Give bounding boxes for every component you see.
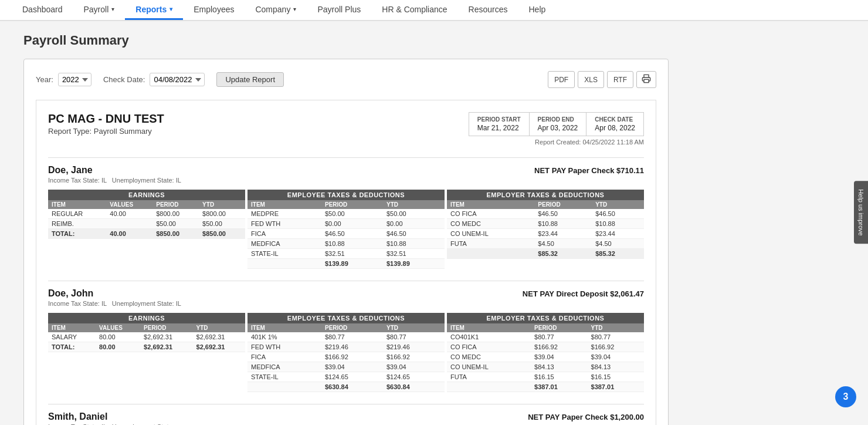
- print-button[interactable]: [636, 71, 656, 88]
- table-row: CO MEDC$10.88$10.88: [447, 219, 644, 229]
- emp-taxes-col-header: PERIOD: [321, 200, 383, 209]
- table-cell: $80.77: [383, 332, 445, 342]
- er-taxes-header: EMPLOYER TAXES & DEDUCTIONS: [447, 313, 644, 323]
- nav-dashboard[interactable]: Dashboard: [12, 0, 73, 20]
- nav-payroll-plus[interactable]: Payroll Plus: [307, 0, 371, 20]
- table-cell: MEDFICA: [247, 362, 321, 372]
- employee-section: Doe, Jane Income Tax State: IL Unemploym…: [48, 157, 644, 269]
- table-cell: CO FICA: [447, 209, 534, 219]
- emp-taxes-col-header: ITEM: [247, 200, 321, 209]
- nav-hr-compliance[interactable]: HR & Compliance: [371, 0, 457, 20]
- table-row: SALARY80.00$2,692.31$2,692.31: [48, 332, 245, 342]
- total-row: TOTAL:80.00$2,692.31$2,692.31: [48, 342, 245, 352]
- employee-meta: Income Tax State: IL Unemployment State:…: [48, 300, 181, 307]
- company-info: PC MAG - DNU TEST Report Type: Payroll S…: [48, 112, 164, 136]
- export-xls-button[interactable]: XLS: [578, 71, 604, 88]
- emp-taxes-table: ITEMPERIODYTD401K 1%$80.77$80.77FED WTH$…: [247, 323, 445, 392]
- check-date-control: Check Date: 04/08/2022: [103, 73, 205, 86]
- table-row: FICA$166.92$166.92: [247, 352, 445, 362]
- total-cell: $850.00: [152, 229, 199, 239]
- table-cell: $84.13: [531, 362, 587, 372]
- table-row: STATE-IL$124.65$124.65: [247, 372, 445, 382]
- export-rtf-button[interactable]: RTF: [607, 71, 633, 88]
- total-cell: $2,692.31: [140, 342, 192, 352]
- total-row: TOTAL:40.00$850.00$850.00: [48, 229, 245, 239]
- table-row: MEDFICA$39.04$39.04: [247, 362, 445, 372]
- company-header: PC MAG - DNU TEST Report Type: Payroll S…: [48, 112, 644, 146]
- net-pay-amount: NET PAY Direct Deposit $2,061.47: [523, 289, 644, 298]
- main-content: Payroll Summary Year: 2022 Check Date: 0…: [0, 21, 868, 425]
- table-cell: $219.46: [321, 342, 383, 352]
- table-cell: CO UNEM-IL: [447, 362, 531, 372]
- svg-rect-0: [644, 79, 649, 82]
- table-cell: $166.92: [531, 342, 587, 352]
- export-pdf-button[interactable]: PDF: [548, 71, 575, 88]
- table-row: STATE-IL$32.51$32.51: [247, 249, 445, 259]
- table-cell: CO MEDC: [447, 219, 534, 229]
- earnings-header: EARNINGS: [48, 313, 245, 323]
- table-row: FICA$46.50$46.50: [247, 229, 445, 239]
- table-cell: $50.00: [383, 209, 445, 219]
- employee-name: Doe, Jane: [48, 165, 181, 176]
- table-row: CO MEDC$39.04$39.04: [447, 352, 644, 362]
- table-cell: $46.50: [383, 229, 445, 239]
- er-taxes-table: ITEMPERIODYTDCO FICA$46.50$46.50CO MEDC$…: [447, 200, 644, 259]
- table-cell: 401K 1%: [247, 332, 321, 342]
- year-select[interactable]: 2022: [58, 73, 91, 86]
- table-cell: $800.00: [152, 209, 199, 219]
- employee-left-info: Doe, Jane Income Tax State: IL Unemploym…: [48, 165, 181, 184]
- table-cell: $80.77: [531, 332, 587, 342]
- total-cell: [247, 259, 321, 269]
- help-us-improve-button[interactable]: Help us improve: [854, 181, 868, 244]
- controls-row: Year: 2022 Check Date: 04/08/2022 Update…: [36, 71, 656, 88]
- update-report-button[interactable]: Update Report: [216, 72, 284, 87]
- table-cell: $800.00: [199, 209, 245, 219]
- table-row: CO401K1$80.77$80.77: [447, 332, 644, 342]
- table-cell: STATE-IL: [247, 372, 321, 382]
- table-cell: $84.13: [588, 362, 644, 372]
- nav-resources[interactable]: Resources: [458, 0, 518, 20]
- table-cell: CO UNEM-IL: [447, 229, 534, 239]
- er-taxes-col-header: PERIOD: [531, 323, 587, 332]
- year-label: Year:: [36, 75, 53, 84]
- emp-taxes-section: EMPLOYEE TAXES & DEDUCTIONSITEMPERIODYTD…: [247, 313, 445, 392]
- emp-taxes-section: EMPLOYEE TAXES & DEDUCTIONSITEMPERIODYTD…: [247, 190, 445, 269]
- chevron-down-icon: ▾: [293, 6, 296, 12]
- table-cell: SALARY: [48, 332, 96, 342]
- earnings-col-header: ITEM: [48, 323, 96, 332]
- er-taxes-col-header: YTD: [588, 323, 644, 332]
- table-cell: $10.88: [383, 239, 445, 249]
- employee-name: Doe, John: [48, 288, 181, 299]
- table-row: CO UNEM-IL$84.13$84.13: [447, 362, 644, 372]
- total-cell: $387.01: [531, 382, 587, 392]
- check-date-select[interactable]: 04/08/2022: [150, 73, 205, 86]
- table-cell: $16.15: [531, 372, 587, 382]
- table-cell: STATE-IL: [247, 249, 321, 259]
- table-cell: $32.51: [321, 249, 383, 259]
- table-cell: 40.00: [106, 209, 152, 219]
- employee-header-row: Smith, Daniel Income Tax State: IL Unemp…: [48, 411, 644, 425]
- table-cell: $50.00: [152, 219, 199, 229]
- nav-reports[interactable]: Reports ▾: [125, 0, 183, 20]
- year-control: Year: 2022: [36, 73, 91, 86]
- nav-company[interactable]: Company ▾: [245, 0, 307, 20]
- report-container: Year: 2022 Check Date: 04/08/2022 Update…: [23, 59, 669, 425]
- check-date-cell-label: CHECK DATE: [595, 116, 635, 123]
- er-taxes-section: EMPLOYER TAXES & DEDUCTIONSITEMPERIODYTD…: [447, 190, 644, 269]
- feedback-bubble[interactable]: 3: [835, 386, 856, 407]
- period-end-label: PERIOD END: [538, 116, 578, 123]
- table-cell: FUTA: [447, 372, 531, 382]
- page-title: Payroll Summary: [23, 33, 845, 48]
- table-cell: FICA: [247, 352, 321, 362]
- earnings-col-header: PERIOD: [152, 200, 199, 209]
- nav-payroll[interactable]: Payroll ▾: [73, 0, 126, 20]
- table-row: MEDPRE$50.00$50.00: [247, 209, 445, 219]
- nav-help[interactable]: Help: [518, 0, 557, 20]
- table-cell: $39.04: [321, 362, 383, 372]
- table-cell: $219.46: [383, 342, 445, 352]
- table-cell: FICA: [247, 229, 321, 239]
- nav-employees[interactable]: Employees: [183, 0, 245, 20]
- table-cell: CO MEDC: [447, 352, 531, 362]
- total-cell: 80.00: [96, 342, 140, 352]
- top-nav: Dashboard Payroll ▾ Reports ▾ Employees …: [0, 0, 868, 21]
